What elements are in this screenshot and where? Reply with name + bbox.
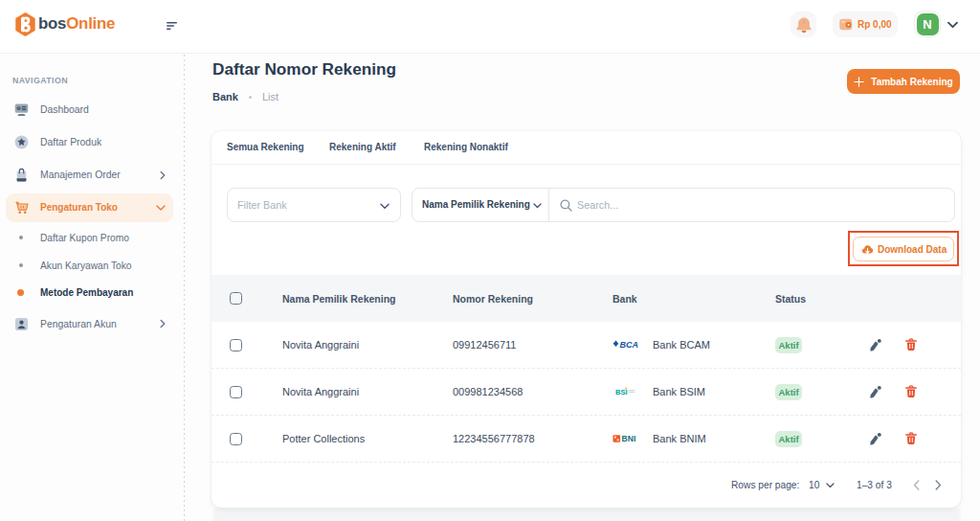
svg-text:BCA: BCA — [620, 340, 639, 350]
svg-text:BNI: BNI — [622, 434, 636, 443]
